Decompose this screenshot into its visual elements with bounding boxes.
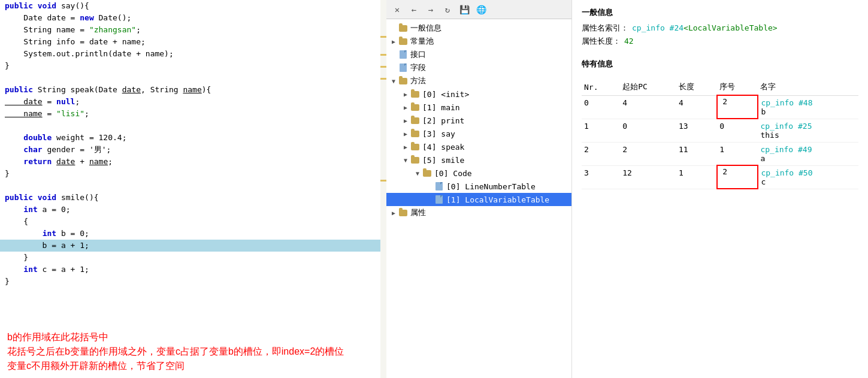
code-line: } bbox=[0, 60, 386, 72]
tree-item-line-number-table[interactable]: [0] LineNumberTable bbox=[386, 180, 571, 193]
table-row: 0442cp_info #48b bbox=[582, 95, 858, 119]
folder-icon bbox=[410, 102, 420, 112]
tree-panel: ✕ ← → ↻ 💾 🌐 一般信息▶常量池接口字段▼方法▶[0] <init>▶[… bbox=[386, 0, 572, 378]
table-row: 22111cp_info #49a bbox=[582, 142, 858, 165]
attr-name-value-text: <LocalVariableTable> bbox=[683, 23, 778, 32]
tree-label: [0] <init> bbox=[422, 90, 469, 99]
tree-label: 属性 bbox=[410, 207, 426, 218]
tree-arrow[interactable]: ▶ bbox=[401, 91, 410, 98]
tree-item-method-2-print[interactable]: ▶[2] print bbox=[386, 114, 571, 127]
globe-button[interactable]: 🌐 bbox=[475, 4, 487, 16]
table-cell-name: cp_info #49a bbox=[758, 142, 858, 165]
table-cell-length: 11 bbox=[676, 142, 717, 165]
tree-item-interface[interactable]: 接口 bbox=[386, 48, 571, 61]
tree-arrow[interactable]: ▶ bbox=[401, 117, 410, 124]
tree-item-method-5-smile[interactable]: ▼[5] smile bbox=[386, 153, 571, 167]
table-cell-nr: 1 bbox=[582, 119, 620, 142]
annotation-line-3: 变量c不用额外开辟新的槽位，节省了空间 bbox=[7, 359, 370, 373]
table-cell-index: 2 bbox=[717, 165, 758, 189]
code-line: public void say(){ bbox=[0, 0, 386, 12]
folder-icon bbox=[410, 89, 420, 99]
annotation-area: b的作用域在此花括号中 花括号之后在b变量的作用域之外，变量c占据了变量b的槽位… bbox=[0, 325, 377, 378]
attr-name-row: 属性名索引： cp_info #24 <LocalVariableTable> bbox=[582, 23, 858, 34]
folder-icon bbox=[410, 116, 420, 125]
tree-arrow[interactable]: ▼ bbox=[389, 78, 398, 84]
folder-icon bbox=[398, 37, 408, 46]
tree-label: 常量池 bbox=[410, 36, 434, 47]
table-header: 长度 bbox=[676, 79, 717, 95]
code-line bbox=[0, 180, 386, 192]
special-info-title: 特有信息 bbox=[582, 59, 858, 69]
info-table: Nr.起始PC长度序号名字0442cp_info #48b10130cp_inf… bbox=[582, 79, 858, 189]
table-cell-index: 0 bbox=[717, 119, 758, 142]
scroll-tick-5 bbox=[380, 180, 386, 182]
annotation-line-2: 花括号之后在b变量的作用域之外，变量c占据了变量b的槽位，即index=2的槽位 bbox=[7, 344, 370, 359]
code-line: char gender = '男'; bbox=[0, 144, 386, 156]
code-line: System.out.println(date + name); bbox=[0, 48, 386, 60]
refresh-button[interactable]: ↻ bbox=[441, 4, 453, 16]
folder-icon bbox=[398, 208, 408, 217]
tree-label: [0] LineNumberTable bbox=[446, 182, 536, 191]
table-cell-start-pc: 12 bbox=[620, 165, 676, 189]
tree-item-method-0-init[interactable]: ▶[0] <init> bbox=[386, 87, 571, 101]
code-line: String name = "zhangsan"; bbox=[0, 24, 386, 36]
tree-label: [1] LocalVariableTable bbox=[446, 195, 549, 204]
table-cell-nr: 2 bbox=[582, 142, 620, 165]
folder-icon bbox=[410, 155, 420, 165]
general-info-title: 一般信息 bbox=[582, 7, 858, 18]
code-line: } bbox=[0, 252, 386, 264]
tree-item-general-info[interactable]: 一般信息 bbox=[386, 22, 571, 35]
attr-length-label: 属性长度： bbox=[582, 36, 621, 47]
code-line: int b = 0; bbox=[0, 228, 386, 240]
tree-item-code-0[interactable]: ▼[0] Code bbox=[386, 167, 571, 180]
code-line bbox=[0, 72, 386, 84]
tree-label: 方法 bbox=[410, 75, 426, 86]
tree-item-method[interactable]: ▼方法 bbox=[386, 74, 571, 87]
table-cell-nr: 3 bbox=[582, 165, 620, 189]
tree-content[interactable]: 一般信息▶常量池接口字段▼方法▶[0] <init>▶[1] main▶[2] … bbox=[386, 19, 571, 378]
tree-label: [5] smile bbox=[422, 156, 464, 165]
table-cell-length: 13 bbox=[676, 119, 717, 142]
table-cell-length: 1 bbox=[676, 165, 717, 189]
code-line: double weight = 120.4; bbox=[0, 132, 386, 144]
file-icon bbox=[434, 195, 444, 204]
attr-length-value: 42 bbox=[624, 37, 634, 46]
tree-item-method-4-speak[interactable]: ▶[4] speak bbox=[386, 140, 571, 153]
table-row: 10130cp_info #25this bbox=[582, 119, 858, 142]
close-button[interactable]: ✕ bbox=[391, 4, 403, 16]
table-header: 名字 bbox=[758, 79, 858, 95]
table-cell-length: 4 bbox=[676, 95, 717, 119]
tree-item-method-3-say[interactable]: ▶[3] say bbox=[386, 127, 571, 140]
tree-item-local-variable-table[interactable]: [1] LocalVariableTable bbox=[386, 193, 571, 206]
tree-item-method-1-main[interactable]: ▶[1] main bbox=[386, 101, 571, 114]
folder-icon bbox=[422, 168, 432, 178]
code-line: b = a + 1; bbox=[0, 240, 386, 252]
table-cell-name: cp_info #48b bbox=[758, 95, 858, 119]
tree-item-field[interactable]: 字段 bbox=[386, 61, 571, 74]
save-button[interactable]: 💾 bbox=[458, 4, 470, 16]
tree-arrow[interactable]: ▶ bbox=[401, 131, 410, 137]
tree-arrow[interactable]: ▼ bbox=[413, 170, 422, 177]
toolbar: ✕ ← → ↻ 💾 🌐 bbox=[386, 0, 571, 19]
code-line: } bbox=[0, 168, 386, 180]
table-cell-index: 1 bbox=[717, 142, 758, 165]
table-header: 序号 bbox=[717, 79, 758, 95]
forward-button[interactable]: → bbox=[425, 4, 437, 16]
tree-label: [3] say bbox=[422, 129, 455, 138]
tree-arrow[interactable]: ▶ bbox=[401, 104, 410, 111]
tree-arrow[interactable]: ▶ bbox=[389, 38, 398, 45]
tree-arrow[interactable]: ▶ bbox=[401, 144, 410, 150]
tree-arrow[interactable]: ▶ bbox=[389, 210, 398, 216]
back-button[interactable]: ← bbox=[408, 4, 420, 16]
scroll-tick-1 bbox=[380, 36, 386, 38]
table-header: Nr. bbox=[582, 79, 620, 95]
tree-item-constant-pool[interactable]: ▶常量池 bbox=[386, 35, 571, 48]
tree-item-attribute[interactable]: ▶属性 bbox=[386, 206, 571, 219]
tree-label: 字段 bbox=[410, 62, 426, 73]
tree-label: [2] print bbox=[422, 116, 464, 125]
tree-label: 一般信息 bbox=[410, 23, 441, 34]
tree-arrow[interactable]: ▼ bbox=[401, 157, 410, 164]
table-cell-start-pc: 0 bbox=[620, 119, 676, 142]
code-line: public String speak(Date date, String na… bbox=[0, 84, 386, 96]
code-line: return date + name; bbox=[0, 156, 386, 168]
